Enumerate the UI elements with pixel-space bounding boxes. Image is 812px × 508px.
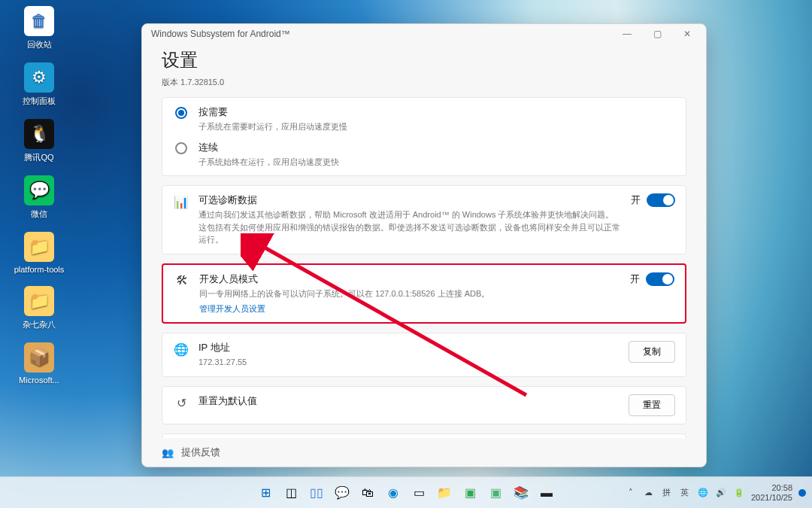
icon-qq[interactable]: 🐧腾讯QQ bbox=[9, 119, 69, 163]
tray-onedrive-icon[interactable]: ☁ bbox=[643, 488, 655, 497]
window-title: Windows Subsystem for Android™ bbox=[151, 29, 290, 39]
icon-folder-platform[interactable]: 📁platform-tools bbox=[9, 232, 69, 274]
ime-indicator-2[interactable]: 英 bbox=[679, 487, 691, 498]
developer-title: 开发人员模式 bbox=[199, 272, 621, 286]
globe-icon: 🌐 bbox=[173, 341, 189, 357]
chat-icon[interactable]: 💬 bbox=[332, 482, 353, 503]
developer-desc: 同一专用网络上的设备可以访问子系统。可以在 127.0.0.1:58526 上连… bbox=[199, 287, 621, 300]
titlebar: Windows Subsystem for Android™ — ▢ ✕ bbox=[142, 24, 706, 41]
taskview-icon[interactable]: ◫ bbox=[280, 482, 301, 503]
ip-card: 🌐 IP 地址 172.31.27.55 复制 bbox=[162, 333, 686, 377]
diagnostics-toggle[interactable] bbox=[647, 193, 675, 207]
diagnostics-icon: 📊 bbox=[173, 193, 189, 209]
taskbar-center: ⊞ ◫ ▯▯ 💬 🛍 ◉ ▭ 📁 ▣ ▣ 📚 ▬ bbox=[255, 482, 557, 503]
developer-state: 开 bbox=[630, 272, 640, 286]
max-button[interactable]: ▢ bbox=[646, 29, 668, 39]
boot-continuous-desc: 子系统始终在运行，应用启动速度更快 bbox=[198, 156, 675, 169]
clock[interactable]: 20:58 2021/10/25 bbox=[751, 483, 792, 501]
ime-indicator-1[interactable]: 拼 bbox=[661, 487, 673, 498]
terminal-icon[interactable]: ▬ bbox=[536, 482, 557, 503]
feedback-row[interactable]: 👥 提供反馈 bbox=[142, 438, 706, 467]
icon-wechat[interactable]: 💬微信 bbox=[9, 175, 69, 220]
ip-title: IP 地址 bbox=[198, 341, 620, 354]
app-books-icon[interactable]: 📚 bbox=[511, 482, 532, 503]
reset-button[interactable]: 重置 bbox=[629, 394, 675, 416]
clock-time: 20:58 bbox=[751, 483, 792, 492]
widgets-icon[interactable]: ▯▯ bbox=[306, 482, 327, 503]
developer-settings-link[interactable]: 管理开发人员设置 bbox=[199, 304, 265, 313]
boot-ondemand-desc: 子系统在需要时运行，应用启动速度更慢 bbox=[198, 120, 675, 133]
diagnostics-desc: 通过向我们发送其他诊断数据，帮助 Microsoft 改进适用于 Android… bbox=[198, 208, 622, 246]
volume-icon[interactable]: 🔊 bbox=[715, 488, 727, 497]
developer-mode-card: 🛠 开发人员模式 同一专用网络上的设备可以访问子系统。可以在 127.0.0.1… bbox=[162, 263, 686, 324]
boot-continuous-title: 连续 bbox=[198, 141, 675, 154]
diagnostics-title: 可选诊断数据 bbox=[198, 193, 622, 207]
copy-button[interactable]: 复制 bbox=[629, 341, 675, 363]
radio-on-demand[interactable] bbox=[175, 107, 187, 119]
feedback-icon: 👥 bbox=[162, 447, 174, 458]
explorer-icon[interactable]: 📁 bbox=[434, 482, 455, 503]
reset-card: ↺ 重置为默认值 重置 bbox=[162, 386, 686, 424]
tray-chevron-icon[interactable]: ˄ bbox=[625, 488, 637, 497]
edge-icon[interactable]: ◉ bbox=[383, 482, 404, 503]
reset-icon: ↺ bbox=[173, 394, 189, 410]
window-controls: — ▢ ✕ bbox=[616, 29, 698, 39]
app-green-icon[interactable]: ▣ bbox=[485, 482, 506, 503]
taskbar-tray: ˄ ☁ 拼 英 🌐 🔊 🔋 20:58 2021/10/25 bbox=[625, 483, 806, 501]
store-icon[interactable]: 🛍 bbox=[357, 482, 378, 503]
diagnostics-state: 开 bbox=[631, 193, 641, 207]
reset-title: 重置为默认值 bbox=[198, 394, 620, 408]
start-button[interactable]: ⊞ bbox=[255, 482, 276, 503]
network-icon[interactable]: 🌐 bbox=[697, 488, 709, 497]
icon-folder-misc[interactable]: 📁杂七杂八 bbox=[9, 286, 69, 330]
notification-badge[interactable] bbox=[798, 489, 806, 497]
page-title: 设置 bbox=[162, 48, 686, 72]
svg-app-icon[interactable]: ▭ bbox=[408, 482, 429, 503]
wsa-icon[interactable]: ▣ bbox=[459, 482, 480, 503]
clock-date: 2021/10/25 bbox=[751, 493, 792, 502]
battery-icon[interactable]: 🔋 bbox=[733, 488, 745, 497]
boot-ondemand-title: 按需要 bbox=[198, 105, 675, 119]
version-label: 版本 1.7.32815.0 bbox=[162, 77, 686, 88]
wsa-settings-window: Windows Subsystem for Android™ — ▢ ✕ 设置 … bbox=[141, 23, 707, 467]
developer-toggle[interactable] bbox=[646, 272, 674, 286]
ip-value: 172.31.27.55 bbox=[198, 356, 620, 369]
boot-mode-card: 按需要 子系统在需要时运行，应用启动速度更慢 连续 子系统始终在运行，应用启动速… bbox=[162, 97, 686, 176]
diagnostics-card: 📊 可选诊断数据 通过向我们发送其他诊断数据，帮助 Microsoft 改进适用… bbox=[162, 185, 686, 254]
icon-recycle-bin[interactable]: 🗑回收站 bbox=[9, 6, 69, 50]
close-button[interactable]: ✕ bbox=[676, 29, 698, 39]
desktop-icons: 🗑回收站 ⚙控制面板 🐧腾讯QQ 💬微信 📁platform-tools 📁杂七… bbox=[9, 6, 69, 397]
icon-microsoft-app[interactable]: 📦Microsoft... bbox=[9, 342, 69, 385]
taskbar: ⊞ ◫ ▯▯ 💬 🛍 ◉ ▭ 📁 ▣ ▣ 📚 ▬ ˄ ☁ 拼 英 🌐 🔊 🔋 2… bbox=[0, 476, 812, 508]
developer-icon: 🛠 bbox=[174, 272, 190, 287]
feedback-label: 提供反馈 bbox=[181, 446, 220, 459]
icon-control-panel[interactable]: ⚙控制面板 bbox=[9, 62, 69, 107]
min-button[interactable]: — bbox=[616, 29, 638, 39]
radio-continuous[interactable] bbox=[175, 142, 187, 154]
